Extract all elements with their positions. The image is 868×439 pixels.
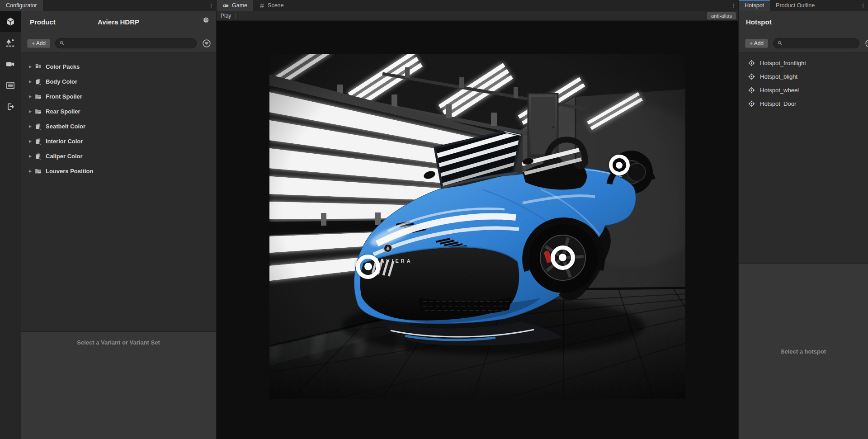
list-item-label: Hotspot_frontlight <box>760 60 806 66</box>
tabbar-spacer <box>290 0 729 11</box>
car-scene-render: AVIERA <box>269 54 685 399</box>
export-icon <box>5 102 15 112</box>
list-item-label: Hotspot_wheel <box>760 87 799 94</box>
list-item[interactable]: Hotspot_Door <box>739 97 868 110</box>
kebab-menu-icon[interactable]: ⋮ <box>858 0 868 11</box>
configurator-region: Configurator ⋮ <box>0 0 217 439</box>
list-item[interactable]: Hotspot_blight <box>739 70 868 83</box>
kebab-menu-icon[interactable]: ⋮ <box>206 0 216 11</box>
hotspot-target-icon <box>748 100 755 108</box>
list-item-label: Hotspot_blight <box>760 73 797 80</box>
hotspot-target-icon <box>748 73 755 80</box>
hotspot-marker-dot <box>364 263 372 270</box>
list-item[interactable]: ▶ Body Color <box>21 74 216 89</box>
list-item[interactable]: ▶ Color Packs <box>21 59 216 74</box>
game-tabbar: Game Scene ⋮ <box>217 0 738 11</box>
tab-hotspot[interactable]: Hotspot <box>739 0 770 11</box>
hotspot-marker-dot <box>616 162 623 169</box>
list-item[interactable]: Hotspot_wheel <box>739 83 868 97</box>
variant-detail-placeholder: Select a Variant or Variant Set <box>21 331 216 439</box>
hotspot-detail-placeholder: Select a hotspot <box>739 263 868 439</box>
foldout-arrow-icon[interactable]: ▶ <box>26 169 34 173</box>
search-icon <box>59 40 65 46</box>
list-item-label: Seatbelt Color <box>46 123 85 130</box>
list-item-label: Interior Color <box>46 138 83 145</box>
activity-bar <box>0 11 21 439</box>
tab-configurator[interactable]: Configurator <box>0 0 43 11</box>
activity-item-product[interactable] <box>0 11 21 32</box>
hotspot-tabbar: Hotspot Product Outline ⋮ <box>739 0 868 11</box>
material-variant-icon <box>34 152 42 160</box>
foldout-arrow-icon[interactable]: ▶ <box>26 124 34 128</box>
hotspot-title: Hotspot <box>746 18 772 26</box>
list-item[interactable]: ▶ Seatbelt Color <box>21 119 216 134</box>
list-item[interactable]: Hotspot_frontlight <box>739 56 868 70</box>
activity-item-environment[interactable] <box>0 32 21 53</box>
kebab-menu-icon[interactable]: ⋮ <box>728 0 738 11</box>
foldout-arrow-icon[interactable]: ▶ <box>26 139 34 143</box>
list-item[interactable]: ▶ Front Spoiler <box>21 89 216 104</box>
material-variant-icon <box>34 123 42 130</box>
gear-icon[interactable] <box>202 16 210 24</box>
activity-item-export[interactable] <box>0 96 21 117</box>
hotspot-toolbar: + Add <box>739 34 868 52</box>
foldout-arrow-icon[interactable]: ▶ <box>26 94 34 99</box>
foldout-arrow-icon[interactable]: ▶ <box>26 109 34 113</box>
game-toolbar: Play anti-alias <box>217 11 738 21</box>
hotspot-target-icon <box>748 86 755 94</box>
add-hotspot-button[interactable]: + Add <box>745 39 768 48</box>
hotspot-marker-wheel[interactable] <box>551 245 575 270</box>
tab-scene-label: Scene <box>268 2 283 9</box>
section-label: Product <box>30 18 56 26</box>
list-item[interactable]: ▶ Interior Color <box>21 134 216 149</box>
game-viewport[interactable]: AVIERA <box>217 21 738 439</box>
list-item-label: Rear Spoiler <box>46 108 80 115</box>
variant-search[interactable] <box>55 38 197 48</box>
list-item-label: Hotspot_Door <box>760 100 796 107</box>
environment-tree-icon <box>5 38 15 48</box>
foldout-arrow-icon[interactable]: ▶ <box>26 154 34 158</box>
list-item[interactable]: ▶ Caliper Color <box>21 149 216 164</box>
anti-alias-button[interactable]: anti-alias <box>707 12 736 19</box>
display-dropdown[interactable]: Play <box>217 13 235 19</box>
product-toolbar: + Add <box>21 34 216 52</box>
filter-icon[interactable] <box>202 38 212 48</box>
hotspot-placeholder-text: Select a hotspot <box>781 348 826 355</box>
activity-item-list[interactable] <box>0 75 21 96</box>
unity-editor-window: Configurator ⋮ <box>0 0 868 439</box>
tab-product-outline[interactable]: Product Outline <box>770 0 821 11</box>
list-item-label: Louvers Position <box>46 168 93 175</box>
list-item-label: Color Packs <box>46 63 80 70</box>
hotspot-marker-dot <box>559 254 566 261</box>
prefab-folder-icon <box>34 93 42 100</box>
activity-item-camera[interactable] <box>0 53 21 75</box>
filter-icon[interactable] <box>864 38 868 48</box>
list-item[interactable]: ▶ Louvers Position <box>21 164 216 179</box>
list-item-label: Body Color <box>46 78 77 85</box>
material-variant-icon <box>34 78 42 85</box>
tabbar-spacer <box>43 0 206 11</box>
material-variant-icon <box>34 137 42 145</box>
tab-game-label: Game <box>232 2 247 9</box>
list-item-label: Caliper Color <box>46 153 83 160</box>
list-item[interactable]: ▶ Rear Spoiler <box>21 104 216 119</box>
camera-icon <box>5 59 15 69</box>
rendered-scene[interactable]: AVIERA <box>269 54 685 399</box>
hotspot-marker-blight[interactable] <box>609 155 630 175</box>
foldout-arrow-icon[interactable]: ▶ <box>26 80 34 84</box>
game-view-region: Game Scene ⋮ Play anti-alias <box>217 0 739 439</box>
product-panel: Product Aviera HDRP + Add ▶ <box>21 11 216 439</box>
search-input[interactable] <box>67 40 193 47</box>
hotspot-marker-frontlight[interactable] <box>356 255 380 279</box>
tab-game[interactable]: Game <box>217 0 253 11</box>
prefab-folder-icon <box>34 108 42 115</box>
foldout-arrow-icon[interactable]: ▶ <box>26 65 34 69</box>
list-lines-icon <box>5 80 15 90</box>
gamepad-icon <box>222 2 229 9</box>
search-input[interactable] <box>785 40 855 47</box>
add-variant-button[interactable]: + Add <box>27 39 50 48</box>
toolbar-separator <box>235 13 236 19</box>
hotspot-search[interactable] <box>773 38 859 48</box>
product-panel-header: Product Aviera HDRP <box>21 11 216 34</box>
tab-scene[interactable]: Scene <box>253 0 289 11</box>
